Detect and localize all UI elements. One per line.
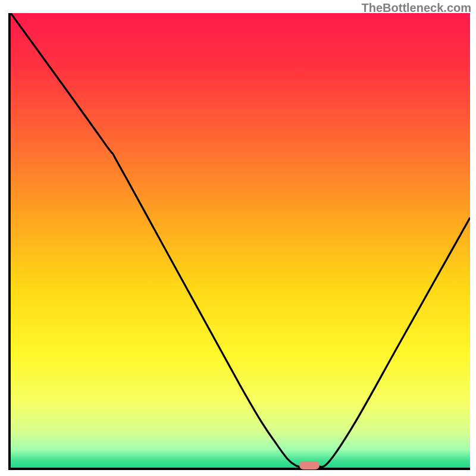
curve-line: [11, 13, 470, 468]
plot-area: [8, 13, 470, 470]
chart-container: TheBottleneck.com: [0, 0, 476, 476]
watermark-text: TheBottleneck.com: [362, 1, 471, 15]
optimal-marker: [299, 461, 320, 469]
